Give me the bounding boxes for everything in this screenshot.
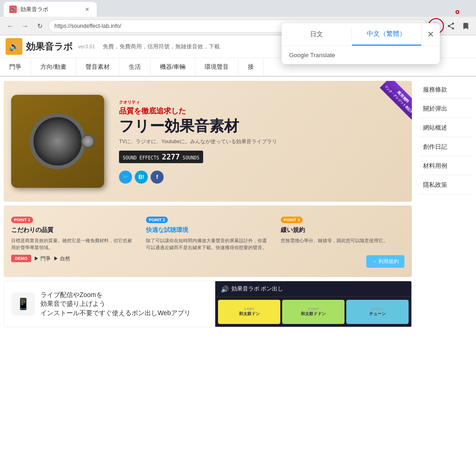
sidebar-link-0[interactable]: 服務條款 xyxy=(419,81,472,99)
count-number: 2277 xyxy=(162,152,180,161)
bookmark-icon[interactable] xyxy=(459,20,472,33)
second-banner-right: 🔊 効果音ラボ ポン出し 1 KEY 和太鼓ドン 2 KEY xyxy=(215,281,411,327)
points-section: POINT 1 こだわりの品質 目標是商業音效的質量。雖然它是一種免費材料，但它… xyxy=(4,205,412,277)
second-banner-title: ライブ配信やZoomを 効果音で盛り上げよう xyxy=(40,291,191,309)
point-item-1: POINT 2 快適な試聴環境 除了可以讓你在短時間內播放大量聲音的屏幕設計外，… xyxy=(142,211,273,271)
nav-item-6[interactable]: 接 xyxy=(238,58,264,76)
sidebar-link-4[interactable]: 材料用例 xyxy=(419,157,472,175)
point-desc-1: 除了可以讓你在短時間內播放大量聲音的屏幕設計外，你還可以通過左鍵而不是右鍵來下載… xyxy=(146,237,270,251)
point-item-2: POINT 3 緩い規約 您無需擔心學分、鏈接等，因此您可以隨意使用它。 → 利… xyxy=(277,211,408,271)
keyboard-buttons: 1 KEY 和太鼓ドン 2 KEY 和太鼓ドドン 3 KEY チューン xyxy=(215,297,411,327)
nav-item-1[interactable]: 方向/動畫 xyxy=(31,58,76,76)
translate-popup-wrapper: 日文 中文（繁體） ✕ Google Translate xyxy=(456,10,459,14)
demo-link-2[interactable]: ▶ 自然 xyxy=(53,255,70,262)
count-unit: SOUNDS xyxy=(183,155,199,160)
sidebar-link-1[interactable]: 關於彈出 xyxy=(419,100,472,118)
nav-item-2[interactable]: 聲音素材 xyxy=(76,58,119,76)
sidebar: 服務條款 關於彈出 網站概述 創作日記 材料用例 隱私政策 xyxy=(416,77,476,460)
second-banner-icon: 📱 xyxy=(12,292,35,316)
sidebar-link-3[interactable]: 創作日記 xyxy=(419,138,472,156)
tab-favicon: 🔊 xyxy=(9,6,17,13)
hero-corner-badge: 商用無料リンク・クレジット表記不要 xyxy=(365,81,412,127)
twitter-button[interactable]: 🐦 xyxy=(119,171,132,184)
key-2[interactable]: 2 KEY 和太鼓ドドン xyxy=(282,300,344,324)
hero-subtitle: 品質を徹底追求した xyxy=(119,106,404,116)
point-badge-0: POINT 1 xyxy=(11,217,33,223)
hero-banner: クオリティ 品質を徹底追求した フリー効果音素材 TVに、ラジオに、Youtub… xyxy=(4,81,412,202)
point-item-0: POINT 1 こだわりの品質 目標是商業音效的質量。雖然它是一種免費材料，但它… xyxy=(7,211,139,271)
second-banner: 📱 ライブ配信やZoomを 効果音で盛り上げよう インストール不要ですぐ使えるポ… xyxy=(4,281,412,327)
refresh-button[interactable]: ↻ xyxy=(33,20,46,33)
use-rules-label: → 利用規約 xyxy=(372,258,399,265)
hero-quality-label: クオリティ xyxy=(119,99,404,106)
translate-popup: 日文 中文（繁體） ✕ Google Translate xyxy=(282,23,440,64)
sidebar-link-5[interactable]: 隱私政策 xyxy=(419,176,472,194)
sidebar-link-2[interactable]: 網站概述 xyxy=(419,119,472,137)
translate-popup-header: 日文 中文（繁體） ✕ xyxy=(282,23,440,46)
hatena-button[interactable]: B! xyxy=(135,171,148,184)
active-tab[interactable]: 🔊 効果音ラボ ✕ xyxy=(4,2,97,17)
site-main: クオリティ 品質を徹底追求した フリー効果音素材 TVに、ラジオに、Youtub… xyxy=(0,77,476,460)
corner-badge-text: 商用無料リンク・クレジット表記不要 xyxy=(380,81,412,121)
nav-item-0[interactable]: 門爭 xyxy=(0,58,31,76)
google-translate-label: Google Translate xyxy=(289,52,335,59)
nav-item-5[interactable]: 環境聲音 xyxy=(195,58,238,76)
demo-link-1[interactable]: ▶ 門爭 xyxy=(34,255,51,262)
hero-social: 🐦 B! f xyxy=(119,171,404,184)
hero-speaker xyxy=(11,95,104,188)
nav-item-4[interactable]: 機器/車輛 xyxy=(151,58,196,76)
tab-bar: 🔊 効果音ラボ ✕ xyxy=(0,0,476,17)
browser-content: 🔊 効果音ラボ ver3.61 免費，免費商用，信用符號，無鏈接音效，下載 門爭… xyxy=(0,35,476,469)
demo-bar: DEMO ▶ 門爭 ▶ 自然 xyxy=(11,255,135,262)
speaker-knob xyxy=(81,134,95,148)
website: 🔊 効果音ラボ ver3.61 免費，免費商用，信用符號，無鏈接音效，下載 門爭… xyxy=(0,35,476,469)
point-badge-2: POINT 3 xyxy=(281,217,303,223)
source-language-tab[interactable]: 日文 xyxy=(282,24,351,45)
tab-title: 効果音ラボ xyxy=(20,6,48,13)
speaker-cone xyxy=(30,113,86,169)
logo-text: 効果音ラボ xyxy=(26,40,73,53)
point-title-1: 快適な試聴環境 xyxy=(146,226,270,234)
second-banner-subtitle: インストール不要ですぐ使えるポン出しWebアプリ xyxy=(40,309,191,318)
point-badge-1: POINT 2 xyxy=(146,217,168,223)
second-banner-left: 📱 ライブ配信やZoomを 効果音で盛り上げよう インストール不要ですぐ使えるポ… xyxy=(4,281,215,327)
back-button[interactable]: ← xyxy=(4,20,17,33)
demo-button[interactable]: DEMO xyxy=(11,255,31,262)
logo-version: ver3.61 xyxy=(78,44,95,49)
point-title-2: 緩い規約 xyxy=(281,226,404,234)
facebook-button[interactable]: f xyxy=(151,171,164,184)
logo-icon: 🔊 xyxy=(6,38,22,55)
count-label: SOUND EFFECTS xyxy=(123,155,162,160)
site-tagline: 免費，免費商用，信用符號，無鏈接音效，下載 xyxy=(103,43,220,51)
key-1[interactable]: 1 KEY 和太鼓ドン xyxy=(218,300,280,324)
translate-close-button[interactable]: ✕ xyxy=(421,23,440,46)
forward-button[interactable]: → xyxy=(19,20,32,33)
content-left: クオリティ 品質を徹底追求した フリー効果音素材 TVに、ラジオに、Youtub… xyxy=(0,77,416,460)
second-banner-right-header: 🔊 効果音ラボ ポン出し xyxy=(215,281,411,297)
browser-frame: 🔊 効果音ラボ ✕ ← → ↻ https://soundeffect-lab.… xyxy=(0,0,476,469)
share-icon[interactable] xyxy=(444,20,457,33)
hero-count-badge: SOUND EFFECTS 2277 SOUNDS xyxy=(119,151,203,163)
tab-close-button[interactable]: ✕ xyxy=(83,5,91,13)
hero-desc: TVに、ラジオに、Youtubeに。みんなが使っている効果音ライブラリ xyxy=(119,138,404,145)
second-banner-text-block: ライブ配信やZoomを 効果音で盛り上げよう インストール不要ですぐ使えるポン出… xyxy=(40,291,191,318)
key-3[interactable]: 3 KEY チューン xyxy=(346,300,409,324)
hero-main-title: フリー効果音素材 xyxy=(119,118,404,134)
second-banner-right-title: 効果音ラボ ポン出し xyxy=(231,285,283,293)
site-logo: 🔊 効果音ラボ ver3.61 xyxy=(6,38,95,55)
target-language-tab[interactable]: 中文（繁體） xyxy=(352,23,422,46)
point-title-0: こだわりの品質 xyxy=(11,226,135,234)
point-desc-2: 您無需擔心學分、鏈接等，因此您可以隨意使用它。 xyxy=(281,237,404,244)
translate-popup-outline: 日文 中文（繁體） ✕ Google Translate xyxy=(456,10,459,14)
use-rules-button[interactable]: → 利用規約 xyxy=(366,255,404,268)
point-desc-0: 目標是商業音效的質量。雖然它是一種免費材料，但它也被用於聲學專業領域。 xyxy=(11,237,135,251)
translate-popup-body: Google Translate xyxy=(282,46,440,64)
nav-item-3[interactable]: 生活 xyxy=(119,58,151,76)
